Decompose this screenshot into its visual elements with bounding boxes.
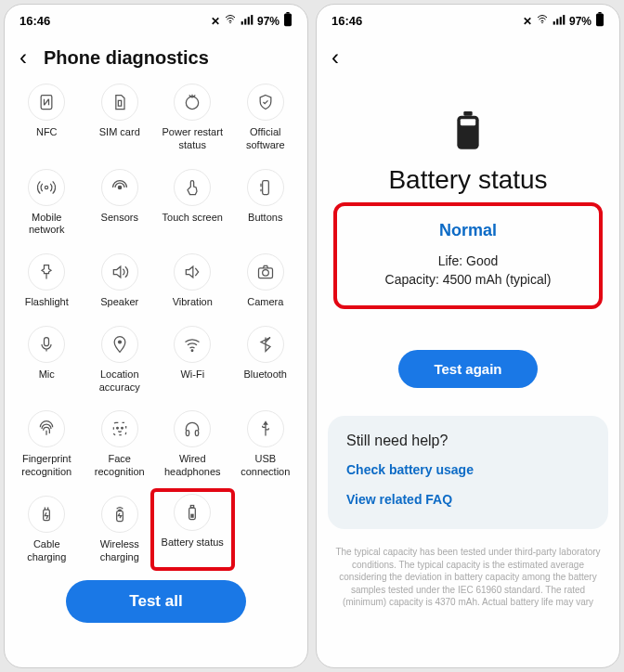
svg-point-14 <box>262 270 268 277</box>
diag-label: Cable charging <box>13 538 80 564</box>
page-title: Phone diagnostics <box>44 47 209 69</box>
official-icon <box>247 84 284 121</box>
svg-rect-22 <box>196 431 199 436</box>
back-button[interactable]: ‹ <box>20 46 27 69</box>
diag-item-face[interactable]: Face recognition <box>84 408 157 481</box>
diag-item-nfc[interactable]: NFC <box>10 82 84 154</box>
header: ‹ <box>317 37 619 82</box>
diag-item-speaker[interactable]: Speaker <box>84 252 157 311</box>
diag-item-cable[interactable]: Cable charging <box>10 494 84 566</box>
svg-rect-18 <box>113 423 125 435</box>
diag-item-fingerprint[interactable]: Fingerprint recognition <box>10 408 84 481</box>
diag-item-battery[interactable]: Battery status <box>150 488 235 572</box>
fingerprint-icon <box>28 410 65 447</box>
battery-content: Battery status Normal Life: Good Capacit… <box>317 82 619 667</box>
left-phone: 16:46 ✕ 97% ‹ Phone diagnostics NFCSIM c… <box>4 4 308 668</box>
diag-item-sim[interactable]: SIM card <box>84 82 157 154</box>
usb-icon <box>247 410 284 447</box>
battery-title: Battery status <box>388 165 547 195</box>
wireless-icon <box>101 496 138 533</box>
diag-item-touch[interactable]: Touch screen <box>156 167 229 239</box>
diag-label: Wireless charging <box>86 538 153 564</box>
diag-item-vibration[interactable]: Vibration <box>156 252 229 311</box>
diag-label: Camera <box>247 296 283 309</box>
diag-label: Wired headphones <box>159 453 226 479</box>
svg-point-19 <box>116 428 118 430</box>
svg-rect-12 <box>262 180 268 194</box>
diag-item-flash[interactable]: Flashlight <box>10 252 84 311</box>
signal-icon <box>552 14 566 28</box>
touch-icon <box>174 169 211 206</box>
right-phone: 16:46 ✕ 97% ‹ Battery status Normal Life… <box>316 4 620 668</box>
diag-item-camera[interactable]: Camera <box>229 252 303 311</box>
speaker-icon <box>101 253 138 291</box>
svg-rect-37 <box>461 119 475 125</box>
svg-rect-15 <box>45 337 49 345</box>
svg-rect-5 <box>286 12 289 14</box>
svg-rect-35 <box>463 111 472 116</box>
svg-rect-33 <box>598 12 601 14</box>
diag-label: Buttons <box>248 212 282 225</box>
svg-point-17 <box>191 350 193 352</box>
flash-icon <box>28 253 65 291</box>
diag-label: Touch screen <box>162 212 223 225</box>
diag-item-usb[interactable]: USB connection <box>229 408 303 481</box>
svg-rect-3 <box>248 17 250 24</box>
mute-icon: ✕ <box>211 15 220 28</box>
wifi-icon <box>536 14 549 28</box>
diag-label: Sensors <box>101 212 138 225</box>
svg-point-10 <box>46 186 48 188</box>
diag-item-restart[interactable]: Power restart status <box>156 82 229 154</box>
wifi-icon <box>174 326 211 363</box>
battery-capacity: Capacity: 4500 mAh (typical) <box>346 272 590 287</box>
battery-icon <box>174 494 211 531</box>
svg-rect-1 <box>241 21 243 25</box>
diag-item-mic[interactable]: Mic <box>10 324 84 396</box>
diag-label: Fingerprint recognition <box>13 453 80 479</box>
diag-item-wifi[interactable]: Wi-Fi <box>156 324 229 396</box>
buttons-icon <box>247 169 284 206</box>
diag-item-wireless[interactable]: Wireless charging <box>84 494 157 566</box>
diag-item-location[interactable]: Location accuracy <box>84 324 157 396</box>
svg-rect-30 <box>556 19 558 24</box>
diag-label: Power restart status <box>159 126 226 152</box>
svg-rect-29 <box>553 21 555 25</box>
check-usage-link[interactable]: Check battery usage <box>346 462 590 477</box>
diag-label: Mic <box>39 368 55 381</box>
sensors-icon <box>101 169 138 206</box>
diag-label: Vibration <box>173 296 213 309</box>
mic-icon <box>28 326 65 363</box>
svg-point-28 <box>541 22 543 24</box>
wifi-icon <box>224 14 237 28</box>
svg-point-20 <box>121 428 123 430</box>
diag-label: Location accuracy <box>86 368 153 394</box>
status-bar: 16:46 ✕ 97% <box>5 5 307 37</box>
test-all-button[interactable]: Test all <box>66 580 245 623</box>
svg-rect-6 <box>284 14 292 27</box>
test-again-button[interactable]: Test again <box>398 350 537 388</box>
battery-large-icon <box>454 111 482 154</box>
diag-label: Speaker <box>100 296 138 309</box>
status-bar: 16:46 ✕ 97% <box>317 5 619 37</box>
sim-icon <box>101 84 138 121</box>
diag-item-bt[interactable]: Bluetooth <box>229 324 303 396</box>
back-button[interactable]: ‹ <box>332 46 339 69</box>
diag-item-official[interactable]: Official software <box>229 82 303 154</box>
diag-label: SIM card <box>99 126 140 139</box>
diag-item-sensors[interactable]: Sensors <box>84 167 157 239</box>
help-title: Still need help? <box>346 433 590 449</box>
diag-label: Bluetooth <box>244 368 287 381</box>
diag-label: Flashlight <box>25 296 69 309</box>
diag-item-buttons[interactable]: Buttons <box>229 167 303 239</box>
svg-point-11 <box>118 186 121 188</box>
faq-link[interactable]: View related FAQ <box>346 492 590 507</box>
diag-item-mobile[interactable]: Mobile network <box>10 167 84 239</box>
diag-label: NFC <box>36 126 58 139</box>
diag-label: Official software <box>232 126 299 152</box>
battery-pct: 97% <box>569 15 592 28</box>
camera-icon <box>247 253 284 291</box>
battery-result-box: Normal Life: Good Capacity: 4500 mAh (ty… <box>333 202 603 309</box>
help-card: Still need help? Check battery usage Vie… <box>328 416 608 529</box>
svg-point-0 <box>229 22 231 24</box>
diag-item-headphones[interactable]: Wired headphones <box>156 408 229 481</box>
